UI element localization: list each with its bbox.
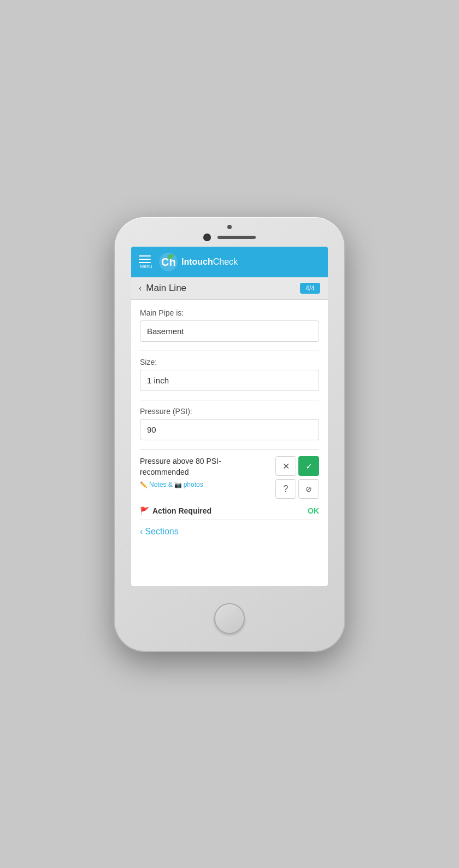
app-logo-icon: Ch <box>158 252 178 272</box>
phone-frame: Menu Ch IntouchCheck ‹ Main Line 4/4 <box>115 217 344 651</box>
top-bar <box>203 234 256 241</box>
hamburger-icon <box>139 255 151 263</box>
divider-1 <box>140 351 319 351</box>
sections-arrow-icon: ‹ <box>140 527 143 537</box>
flag-icon: 🚩 <box>140 506 149 515</box>
pressure-question-row: Pressure above 80 PSI- recommended ✏️ No… <box>140 456 319 499</box>
phone-top <box>115 217 344 241</box>
yes-button[interactable]: ✓ <box>298 456 319 476</box>
phone-bottom <box>214 586 245 651</box>
content-area: Main Pipe is: Basement Size: 1 inch Pres… <box>131 300 328 586</box>
notes-photos-link[interactable]: ✏️ Notes & 📷 photos <box>140 481 270 488</box>
app-name-bold: Intouch <box>181 257 213 266</box>
size-field-label: Size: <box>140 358 319 366</box>
notes-label: Notes & <box>149 481 173 488</box>
action-required-left: 🚩 Action Required <box>140 506 211 515</box>
phone-screen: Menu Ch IntouchCheck ‹ Main Line 4/4 <box>131 247 328 586</box>
btn-row-2: ? ⊘ <box>275 479 319 499</box>
page-counter: 4/4 <box>300 283 320 294</box>
pipe-field-group: Main Pipe is: Basement <box>140 308 319 342</box>
sections-link[interactable]: ‹ Sections <box>140 527 319 537</box>
pressure-field-group: Pressure (PSI): 90 <box>140 407 319 440</box>
photos-label: photos <box>184 481 203 488</box>
divider-4 <box>140 520 319 520</box>
pipe-field-value[interactable]: Basement <box>140 321 319 342</box>
home-button[interactable] <box>214 603 245 634</box>
na-button[interactable]: ⊘ <box>298 479 319 499</box>
top-dot <box>227 225 232 229</box>
app-name: IntouchCheck <box>181 257 238 267</box>
back-button[interactable]: ‹ <box>139 283 142 293</box>
notes-icon: ✏️ <box>140 481 148 488</box>
divider-3 <box>140 449 319 450</box>
pressure-field-value[interactable]: 90 <box>140 419 319 440</box>
camera <box>203 234 211 241</box>
size-field-value[interactable]: 1 inch <box>140 370 319 391</box>
answer-buttons: ✕ ✓ ? ⊘ <box>275 456 319 499</box>
menu-button[interactable]: Menu <box>139 255 153 269</box>
logo-area: Ch IntouchCheck <box>158 252 238 272</box>
section-title: Main Line <box>146 283 300 294</box>
sub-header: ‹ Main Line 4/4 <box>131 277 328 300</box>
divider-2 <box>140 400 319 400</box>
app-name-light: Check <box>213 257 238 266</box>
menu-label: Menu <box>140 264 152 269</box>
action-required-row: 🚩 Action Required OK <box>140 506 319 515</box>
question-text: Pressure above 80 PSI- recommended <box>140 456 270 477</box>
btn-row-1: ✕ ✓ <box>275 456 319 476</box>
pressure-field-label: Pressure (PSI): <box>140 407 319 416</box>
ok-label[interactable]: OK <box>308 506 319 515</box>
app-header: Menu Ch IntouchCheck <box>131 247 328 277</box>
action-required-text: Action Required <box>152 506 211 515</box>
sections-label: Sections <box>145 527 178 537</box>
pipe-field-label: Main Pipe is: <box>140 308 319 317</box>
camera-icon: 📷 <box>174 481 182 488</box>
speaker <box>217 236 256 239</box>
question-text-col: Pressure above 80 PSI- recommended ✏️ No… <box>140 456 270 488</box>
size-field-group: Size: 1 inch <box>140 358 319 391</box>
no-button[interactable]: ✕ <box>275 456 296 476</box>
question-button[interactable]: ? <box>275 479 296 499</box>
